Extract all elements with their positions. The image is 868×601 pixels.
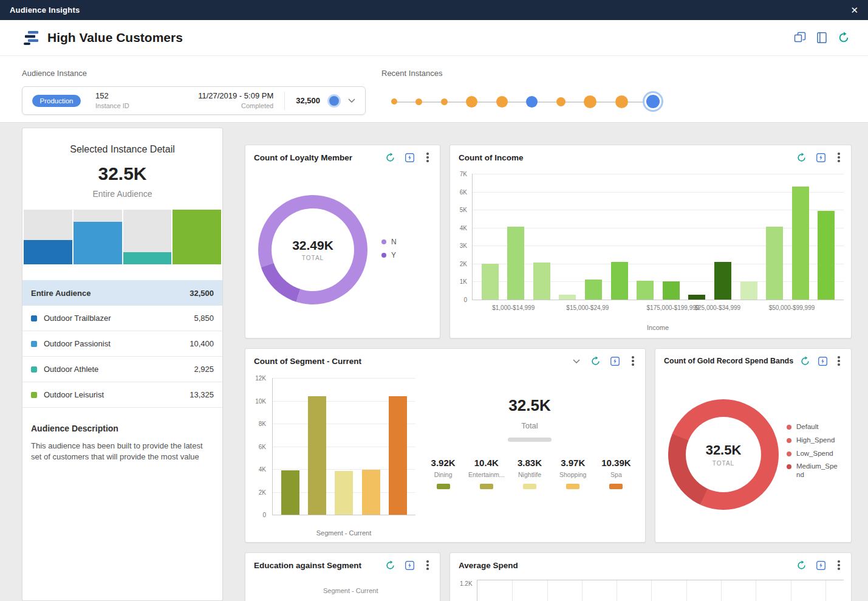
audience-row-label: Outdoor Leisurist [44,390,104,399]
audience-row[interactable]: Outdoor Athlete2,925 [22,357,222,382]
card-header: Count of Loyalty Member [245,145,440,170]
export-icon[interactable] [405,153,415,163]
gold-legend: DefaultHigh_SpendLow_SpendMedium_Spend [787,423,840,484]
audience-row[interactable]: Entire Audience32,500 [22,280,222,306]
instance-dot[interactable] [646,95,660,108]
bar[interactable] [362,470,380,515]
audience-row[interactable]: Outdoor Trailblazer5,850 [22,306,222,331]
bar[interactable] [818,211,835,300]
export-icon[interactable] [816,560,826,571]
bar[interactable] [559,295,576,300]
axis-tick: $25,000-$34,999 [694,304,740,311]
bar[interactable] [335,471,353,515]
export-icon[interactable] [818,356,828,366]
kebab-menu-icon[interactable] [629,356,637,366]
bar[interactable] [585,280,602,300]
segment-current-card: Count of Segment - Current 12K10K8K6K4K2… [245,348,646,543]
close-icon[interactable]: ✕ [850,5,858,15]
instance-count: 32,500 [296,96,320,105]
refresh-icon[interactable] [796,153,807,163]
legend-swatch [31,315,37,321]
bar[interactable] [740,281,757,300]
segment-stats-row: 3.92KDining10.4KEntertainm...3.83KNightl… [422,458,638,489]
kebab-menu-icon[interactable] [835,560,842,571]
audience-row[interactable]: Outdoor Passionist10,400 [22,331,222,357]
instance-bar: Audience Instance Production 152 Instanc… [0,56,868,123]
bar[interactable] [281,470,299,515]
kebab-menu-icon[interactable] [424,560,431,571]
legend-dot [381,253,386,258]
legend-item[interactable]: Y [381,251,397,259]
instance-dot[interactable] [615,95,628,108]
windows-icon[interactable] [794,32,806,44]
legend-swatch [437,484,450,489]
legend-label: Low_Spend [796,450,833,458]
legend-item[interactable]: Medium_Spend [787,462,840,479]
refresh-icon[interactable] [838,32,850,44]
chevron-down-icon[interactable] [348,98,355,103]
instance-dot[interactable] [496,96,508,108]
instance-selector[interactable]: Production 152 Instance ID 11/27/2019 - … [22,86,366,115]
bar[interactable] [308,396,326,515]
x-axis-title: Segment - Current [272,529,415,537]
kebab-menu-icon[interactable] [424,153,431,163]
instance-dot[interactable] [556,97,566,106]
bar[interactable] [611,262,628,300]
gridline [825,580,826,601]
refresh-icon[interactable] [385,153,395,163]
audience-row-label: Outdoor Athlete [44,365,98,374]
education-segment-card: Education against Segment Segment - Curr… [245,552,440,601]
bar[interactable] [688,295,705,300]
export-icon[interactable] [405,560,415,571]
refresh-icon[interactable] [590,356,601,366]
legend-item[interactable]: High_Spend [787,436,840,445]
gridline [651,580,652,601]
instance-dot[interactable] [415,98,422,105]
instance-dot[interactable] [466,96,477,108]
axis-tick: $50,000-$99,999 [769,304,815,311]
kebab-menu-icon[interactable] [835,153,842,163]
bar[interactable] [792,187,809,300]
kebab-menu-icon[interactable] [835,356,842,366]
legend-item[interactable]: Default [787,423,840,431]
instance-dot[interactable] [584,95,596,108]
bar[interactable] [389,396,407,515]
refresh-icon[interactable] [800,356,810,366]
income-bar-chart: $1,000-$14,999$15,000-$24,99$175,000-$19… [472,174,844,300]
instance-dot[interactable] [391,98,397,105]
stat-label: Nightlife [508,471,551,478]
income-card: Count of Income 7K6K5K4K3K2K1K0 $1,000-$… [449,145,852,338]
instance-dot[interactable] [526,96,538,108]
refresh-icon[interactable] [385,560,395,571]
bar[interactable] [482,264,499,300]
bar[interactable] [766,227,783,300]
bar[interactable] [533,263,550,300]
catalog-icon[interactable] [816,32,828,44]
loyalty-donut-chart[interactable]: 32.49K TOTAL [258,195,367,304]
stat: 3.97KShopping [552,458,595,489]
card-header: Count of Income [450,145,851,170]
bar[interactable] [507,227,524,300]
audience-row[interactable]: Outdoor Leisurist13,325 [22,382,222,408]
gold-donut-chart[interactable]: 32.5K TOTAL [668,399,779,510]
stat-label: Shopping [552,471,595,478]
legend-dot [787,452,791,456]
bar[interactable] [663,281,680,300]
chevron-down-icon[interactable] [571,356,581,366]
stat-label: Entertainm... [465,471,508,478]
instance-dot[interactable] [441,98,448,105]
segment-bar-fill [173,210,221,264]
legend-item[interactable]: N [381,238,397,246]
bar[interactable] [637,281,654,300]
refresh-icon[interactable] [796,560,807,571]
stat: 3.92KDining [422,458,465,489]
instance-date-field: 11/27/2019 - 5:09 PM Completed [198,92,273,110]
legend-item[interactable]: Low_Spend [787,450,840,458]
stat-value: 3.83K [508,458,551,468]
bar[interactable] [714,262,731,300]
export-icon[interactable] [610,356,620,366]
segment-bar [173,210,221,264]
legend-label: Medium_Spend [796,462,840,479]
donut-center: 32.49K TOTAL [272,208,354,291]
export-icon[interactable] [816,153,826,163]
